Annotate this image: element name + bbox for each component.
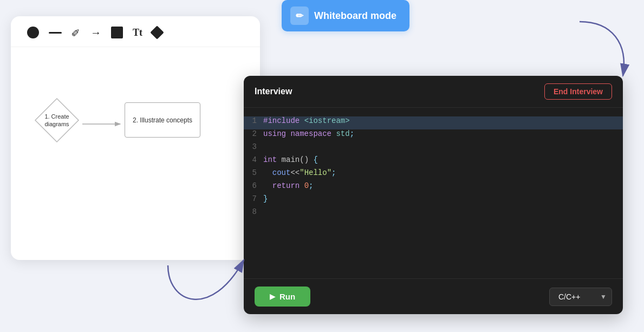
- interview-title: Interview: [255, 87, 292, 96]
- arrow-tool[interactable]: →: [90, 27, 101, 39]
- code-line-7: 7 }: [244, 194, 623, 207]
- interview-footer: ▶ Run C/C++ Python Java JavaScript ▼: [244, 278, 623, 314]
- text-tool[interactable]: Tt: [133, 27, 142, 38]
- whiteboard-content: 1. Create diagrams 2. Illustrate concept…: [11, 47, 260, 258]
- whiteboard-mode-label: Whiteboard mode: [314, 10, 396, 22]
- end-interview-button[interactable]: End Interview: [544, 83, 612, 100]
- code-lines: 1 #include <iostream> 2 using namespace …: [244, 116, 623, 220]
- interview-panel: Interview End Interview 1 #include <iost…: [244, 76, 623, 314]
- whiteboard-toolbar: ✏ → Tt: [11, 16, 260, 47]
- code-line-6: 6 return 0;: [244, 181, 623, 194]
- code-editor[interactable]: 1 #include <iostream> 2 using namespace …: [244, 108, 623, 278]
- code-line-4: 4 int main() {: [244, 155, 623, 168]
- run-button[interactable]: ▶ Run: [255, 287, 310, 307]
- code-line-5: 5 cout<<"Hello";: [244, 168, 623, 181]
- pen-tool[interactable]: ✏: [71, 26, 81, 39]
- line-tool[interactable]: [49, 32, 62, 34]
- language-select[interactable]: C/C++ Python Java JavaScript: [549, 288, 612, 306]
- whiteboard-pencil-icon: ✏: [290, 6, 309, 25]
- diagram-connector: [82, 120, 123, 121]
- language-selector-wrapper: C/C++ Python Java JavaScript ▼: [549, 288, 612, 306]
- code-line-3: 3: [244, 142, 623, 155]
- rect-node: 2. Illustrate concepts: [125, 102, 200, 138]
- play-icon: ▶: [270, 292, 275, 301]
- code-line-8: 8: [244, 207, 623, 220]
- diamond-node-label: 1. Create diagrams: [32, 96, 81, 145]
- code-line-2: 2 using namespace std;: [244, 129, 623, 142]
- diagram-area: 1. Create diagrams 2. Illustrate concept…: [22, 63, 249, 248]
- code-line-1: 1 #include <iostream>: [244, 116, 623, 129]
- diamond-tool[interactable]: [152, 28, 162, 37]
- interview-header: Interview End Interview: [244, 76, 623, 108]
- whiteboard-panel: ✏ → Tt 1. Create diagrams: [11, 16, 260, 260]
- circle-tool[interactable]: [27, 27, 39, 38]
- rect-tool[interactable]: [111, 27, 123, 38]
- whiteboard-mode-badge: ✏ Whiteboard mode: [282, 0, 409, 31]
